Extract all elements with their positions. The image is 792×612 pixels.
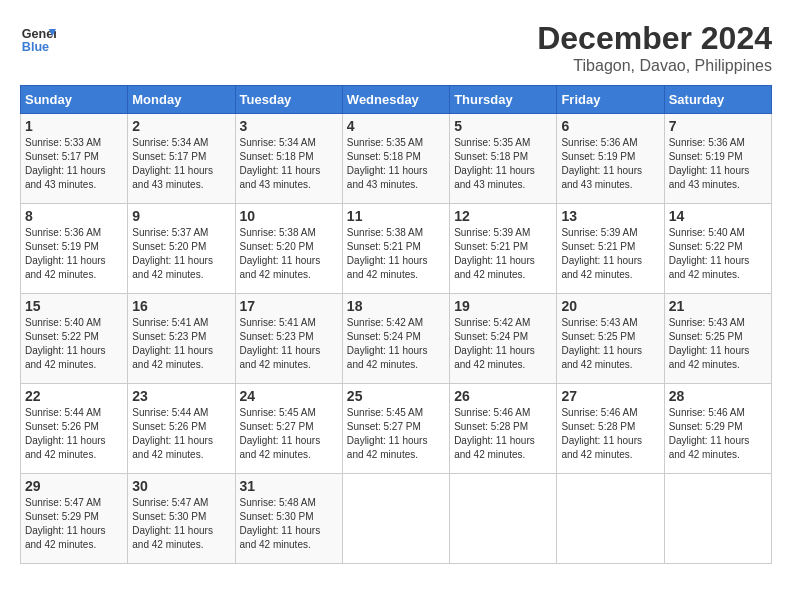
calendar-cell: 27 Sunrise: 5:46 AM Sunset: 5:28 PM Dayl… [557, 384, 664, 474]
day-number: 11 [347, 208, 445, 224]
calendar-week-4: 22 Sunrise: 5:44 AM Sunset: 5:26 PM Dayl… [21, 384, 772, 474]
day-info: Sunrise: 5:44 AM Sunset: 5:26 PM Dayligh… [132, 407, 213, 460]
day-number: 8 [25, 208, 123, 224]
day-info: Sunrise: 5:44 AM Sunset: 5:26 PM Dayligh… [25, 407, 106, 460]
day-number: 9 [132, 208, 230, 224]
day-number: 12 [454, 208, 552, 224]
day-number: 30 [132, 478, 230, 494]
day-info: Sunrise: 5:46 AM Sunset: 5:28 PM Dayligh… [454, 407, 535, 460]
calendar-cell: 28 Sunrise: 5:46 AM Sunset: 5:29 PM Dayl… [664, 384, 771, 474]
day-info: Sunrise: 5:48 AM Sunset: 5:30 PM Dayligh… [240, 497, 321, 550]
day-number: 28 [669, 388, 767, 404]
day-info: Sunrise: 5:33 AM Sunset: 5:17 PM Dayligh… [25, 137, 106, 190]
day-info: Sunrise: 5:40 AM Sunset: 5:22 PM Dayligh… [25, 317, 106, 370]
logo-icon: General Blue [20, 20, 56, 56]
day-number: 13 [561, 208, 659, 224]
day-number: 3 [240, 118, 338, 134]
page-header: General Blue December 2024 Tibagon, Dava… [20, 20, 772, 75]
day-info: Sunrise: 5:36 AM Sunset: 5:19 PM Dayligh… [561, 137, 642, 190]
day-number: 2 [132, 118, 230, 134]
calendar-cell: 1 Sunrise: 5:33 AM Sunset: 5:17 PM Dayli… [21, 114, 128, 204]
day-info: Sunrise: 5:35 AM Sunset: 5:18 PM Dayligh… [347, 137, 428, 190]
svg-text:Blue: Blue [22, 40, 49, 54]
day-info: Sunrise: 5:41 AM Sunset: 5:23 PM Dayligh… [132, 317, 213, 370]
calendar-cell: 12 Sunrise: 5:39 AM Sunset: 5:21 PM Dayl… [450, 204, 557, 294]
day-number: 27 [561, 388, 659, 404]
day-number: 25 [347, 388, 445, 404]
calendar-cell: 14 Sunrise: 5:40 AM Sunset: 5:22 PM Dayl… [664, 204, 771, 294]
day-number: 20 [561, 298, 659, 314]
calendar-cell: 22 Sunrise: 5:44 AM Sunset: 5:26 PM Dayl… [21, 384, 128, 474]
day-info: Sunrise: 5:42 AM Sunset: 5:24 PM Dayligh… [347, 317, 428, 370]
calendar-cell: 23 Sunrise: 5:44 AM Sunset: 5:26 PM Dayl… [128, 384, 235, 474]
calendar-cell [342, 474, 449, 564]
calendar-cell: 15 Sunrise: 5:40 AM Sunset: 5:22 PM Dayl… [21, 294, 128, 384]
calendar-cell: 9 Sunrise: 5:37 AM Sunset: 5:20 PM Dayli… [128, 204, 235, 294]
calendar-cell: 17 Sunrise: 5:41 AM Sunset: 5:23 PM Dayl… [235, 294, 342, 384]
day-number: 31 [240, 478, 338, 494]
day-info: Sunrise: 5:38 AM Sunset: 5:20 PM Dayligh… [240, 227, 321, 280]
calendar-cell: 18 Sunrise: 5:42 AM Sunset: 5:24 PM Dayl… [342, 294, 449, 384]
weekday-header-saturday: Saturday [664, 86, 771, 114]
day-number: 5 [454, 118, 552, 134]
day-number: 1 [25, 118, 123, 134]
calendar-week-2: 8 Sunrise: 5:36 AM Sunset: 5:19 PM Dayli… [21, 204, 772, 294]
calendar-cell: 3 Sunrise: 5:34 AM Sunset: 5:18 PM Dayli… [235, 114, 342, 204]
day-info: Sunrise: 5:39 AM Sunset: 5:21 PM Dayligh… [454, 227, 535, 280]
calendar-cell: 30 Sunrise: 5:47 AM Sunset: 5:30 PM Dayl… [128, 474, 235, 564]
day-info: Sunrise: 5:45 AM Sunset: 5:27 PM Dayligh… [347, 407, 428, 460]
day-info: Sunrise: 5:43 AM Sunset: 5:25 PM Dayligh… [561, 317, 642, 370]
calendar-cell: 26 Sunrise: 5:46 AM Sunset: 5:28 PM Dayl… [450, 384, 557, 474]
day-info: Sunrise: 5:45 AM Sunset: 5:27 PM Dayligh… [240, 407, 321, 460]
weekday-header-wednesday: Wednesday [342, 86, 449, 114]
calendar-cell: 5 Sunrise: 5:35 AM Sunset: 5:18 PM Dayli… [450, 114, 557, 204]
weekday-header-tuesday: Tuesday [235, 86, 342, 114]
day-info: Sunrise: 5:39 AM Sunset: 5:21 PM Dayligh… [561, 227, 642, 280]
day-info: Sunrise: 5:47 AM Sunset: 5:29 PM Dayligh… [25, 497, 106, 550]
weekday-header-thursday: Thursday [450, 86, 557, 114]
calendar-week-1: 1 Sunrise: 5:33 AM Sunset: 5:17 PM Dayli… [21, 114, 772, 204]
day-number: 4 [347, 118, 445, 134]
calendar-cell: 25 Sunrise: 5:45 AM Sunset: 5:27 PM Dayl… [342, 384, 449, 474]
calendar-cell: 10 Sunrise: 5:38 AM Sunset: 5:20 PM Dayl… [235, 204, 342, 294]
weekday-header-monday: Monday [128, 86, 235, 114]
day-info: Sunrise: 5:41 AM Sunset: 5:23 PM Dayligh… [240, 317, 321, 370]
day-info: Sunrise: 5:36 AM Sunset: 5:19 PM Dayligh… [669, 137, 750, 190]
logo: General Blue [20, 20, 56, 56]
calendar-cell: 29 Sunrise: 5:47 AM Sunset: 5:29 PM Dayl… [21, 474, 128, 564]
day-info: Sunrise: 5:38 AM Sunset: 5:21 PM Dayligh… [347, 227, 428, 280]
calendar-cell: 4 Sunrise: 5:35 AM Sunset: 5:18 PM Dayli… [342, 114, 449, 204]
calendar-cell: 13 Sunrise: 5:39 AM Sunset: 5:21 PM Dayl… [557, 204, 664, 294]
calendar-cell: 8 Sunrise: 5:36 AM Sunset: 5:19 PM Dayli… [21, 204, 128, 294]
weekday-header-sunday: Sunday [21, 86, 128, 114]
title-area: December 2024 Tibagon, Davao, Philippine… [537, 20, 772, 75]
day-number: 23 [132, 388, 230, 404]
day-info: Sunrise: 5:40 AM Sunset: 5:22 PM Dayligh… [669, 227, 750, 280]
day-info: Sunrise: 5:34 AM Sunset: 5:18 PM Dayligh… [240, 137, 321, 190]
day-number: 29 [25, 478, 123, 494]
calendar-cell: 20 Sunrise: 5:43 AM Sunset: 5:25 PM Dayl… [557, 294, 664, 384]
calendar-cell: 6 Sunrise: 5:36 AM Sunset: 5:19 PM Dayli… [557, 114, 664, 204]
month-title: December 2024 [537, 20, 772, 57]
day-info: Sunrise: 5:36 AM Sunset: 5:19 PM Dayligh… [25, 227, 106, 280]
day-number: 18 [347, 298, 445, 314]
day-number: 7 [669, 118, 767, 134]
day-number: 19 [454, 298, 552, 314]
calendar-cell: 21 Sunrise: 5:43 AM Sunset: 5:25 PM Dayl… [664, 294, 771, 384]
calendar-cell [557, 474, 664, 564]
calendar-cell: 2 Sunrise: 5:34 AM Sunset: 5:17 PM Dayli… [128, 114, 235, 204]
day-number: 24 [240, 388, 338, 404]
day-number: 22 [25, 388, 123, 404]
location-title: Tibagon, Davao, Philippines [537, 57, 772, 75]
day-info: Sunrise: 5:47 AM Sunset: 5:30 PM Dayligh… [132, 497, 213, 550]
day-number: 15 [25, 298, 123, 314]
calendar-cell: 11 Sunrise: 5:38 AM Sunset: 5:21 PM Dayl… [342, 204, 449, 294]
day-number: 17 [240, 298, 338, 314]
day-number: 21 [669, 298, 767, 314]
calendar-cell: 19 Sunrise: 5:42 AM Sunset: 5:24 PM Dayl… [450, 294, 557, 384]
calendar-cell: 7 Sunrise: 5:36 AM Sunset: 5:19 PM Dayli… [664, 114, 771, 204]
weekday-header-friday: Friday [557, 86, 664, 114]
calendar-week-5: 29 Sunrise: 5:47 AM Sunset: 5:29 PM Dayl… [21, 474, 772, 564]
day-info: Sunrise: 5:42 AM Sunset: 5:24 PM Dayligh… [454, 317, 535, 370]
day-number: 6 [561, 118, 659, 134]
